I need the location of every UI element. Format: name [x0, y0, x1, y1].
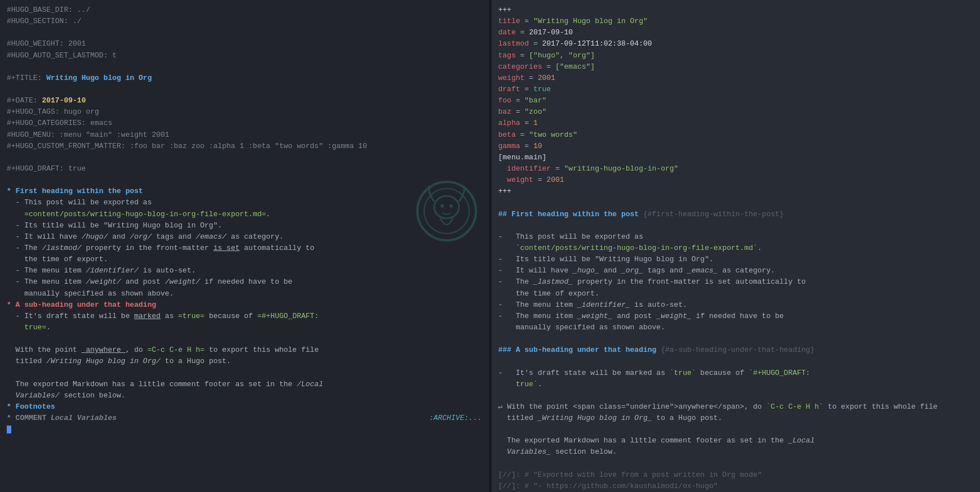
- line-34: The exported Markdown has a little comme…: [7, 379, 482, 390]
- r-line-31: ### A sub-heading under that heading {#a…: [498, 345, 974, 356]
- r-line-1: +++: [498, 5, 974, 16]
- r-line-2: title = "Writing Hugo blog in Org": [498, 16, 974, 27]
- r-line-39: The exported Markdown has a little comme…: [498, 435, 974, 446]
- line-6: [7, 61, 482, 73]
- r-line-20: [498, 220, 974, 231]
- line-15: #+HUGO_DRAFT: true: [7, 163, 482, 175]
- r-line-42: [//]: # "Exported with love from a post …: [498, 469, 974, 481]
- line-11: #+HUGO_CATEGORIES: emacs: [7, 118, 482, 129]
- r-line-16: weight = 2001: [498, 175, 974, 186]
- line-22: - The /lastmod/ property in the front-ma…: [7, 243, 482, 254]
- line-36: * Footnotes: [7, 401, 482, 413]
- r-line-13: gamma = 10: [498, 141, 974, 152]
- r-line-10: baz = "zoo": [498, 106, 974, 118]
- line-29: true=.: [7, 322, 482, 333]
- r-line-40: Variables_ section below.: [498, 446, 974, 458]
- r-line-3: date = 2017-09-10: [498, 27, 974, 38]
- line-30: [7, 333, 482, 345]
- r-line-26: the time of export.: [498, 288, 974, 299]
- line-5: #HUGO_AUTO_SET_LASTMOD: t: [7, 50, 482, 61]
- r-line-14: [menu.main]: [498, 152, 974, 163]
- line-20: - Its title will be "Writing Hugo blog i…: [7, 220, 482, 231]
- r-line-29: manually specified as shown above.: [498, 322, 974, 333]
- r-line-4: lastmod = 2017-09-12T11:02:38-04:00: [498, 38, 974, 50]
- line-2: #HUGO_SECTION: ./: [7, 16, 482, 27]
- line-33: [7, 368, 482, 379]
- r-line-15: identifier = "writing-hugo-blog-in-org": [498, 163, 974, 175]
- line-32: titled /Writing Hugo blog in Org/ to a H…: [7, 356, 482, 367]
- r-line-21: - This post will be exported as: [498, 231, 974, 243]
- left-content: #HUGO_BASE_DIR: ../ #HUGO_SECTION: ./ #H…: [7, 5, 482, 435]
- line-19: =content/posts/writing-hugo-blog-in-org-…: [7, 209, 482, 220]
- line-26: manually specified as shown above.: [7, 288, 482, 299]
- r-line-23: - Its title will be "Writing Hugo blog i…: [498, 254, 974, 265]
- r-line-12: beta = "two words": [498, 129, 974, 141]
- r-line-28: - The menu item _weight_ and post _weigh…: [498, 311, 974, 322]
- line-3: [7, 27, 482, 38]
- line-13: #+HUGO_CUSTOM_FRONT_MATTER: :foo bar :ba…: [7, 141, 482, 152]
- r-line-22: `content/posts/writing-hugo-blog-in-org-…: [498, 243, 974, 254]
- r-line-7: weight = 2001: [498, 73, 974, 84]
- r-line-41: [498, 458, 974, 469]
- r-line-25: - The _lastmod_ property in the front-ma…: [498, 276, 974, 288]
- r-line-17: +++: [498, 186, 974, 197]
- line-7: #+TITLE: Writing Hugo blog in Org: [7, 73, 482, 84]
- r-line-35: [498, 390, 974, 401]
- line-24: - The menu item /identifier/ is auto-set…: [7, 265, 482, 276]
- r-line-9: foo = "bar": [498, 95, 974, 106]
- line-28: - It's draft state will be marked as =tr…: [7, 311, 482, 322]
- line-23: the time of export.: [7, 254, 482, 265]
- line-21: - It will have /hugo/ and /org/ tags and…: [7, 231, 482, 243]
- r-line-6: categories = ["emacs"]: [498, 61, 974, 73]
- line-37: * COMMENT Local Variables:ARCHIVE:...: [7, 413, 482, 424]
- line-31: With the point _anywhere_, do =C-c C-e H…: [7, 345, 482, 356]
- line-1: #HUGO_BASE_DIR: ../: [7, 5, 482, 16]
- r-line-32: [498, 356, 974, 367]
- r-line-24: - It will have _hugo_ and _org_ tags and…: [498, 265, 974, 276]
- line-17: * First heading within the post: [7, 186, 482, 197]
- r-line-33: - It's draft state will be marked as `tr…: [498, 368, 974, 379]
- line-9: #+DATE: 2017-09-10: [7, 95, 482, 106]
- r-line-19: ## First heading within the post {#first…: [498, 209, 974, 220]
- r-line-30: [498, 333, 974, 345]
- line-35: Variables/ section below.: [7, 390, 482, 401]
- line-8: [7, 84, 482, 95]
- r-line-43: [//]: # "- https://github.com/kaushalmod…: [498, 481, 974, 492]
- r-line-11: alpha = 1: [498, 118, 974, 129]
- r-line-27: - The menu item _identifier_ is auto-set…: [498, 299, 974, 311]
- r-line-37: titled _Writing Hugo blog in Org_ to a H…: [498, 413, 974, 424]
- r-line-8: draft = true: [498, 84, 974, 95]
- line-4: #HUGO_WEIGHT: 2001: [7, 38, 482, 50]
- line-10: #+HUGO_TAGS: hugo org: [7, 106, 482, 118]
- r-line-36: ↵ With the point <span class="underline"…: [498, 401, 974, 413]
- r-line-18: [498, 197, 974, 208]
- line-12: #HUGO_MENU: :menu "main" :weight 2001: [7, 129, 482, 141]
- line-16: [7, 175, 482, 186]
- right-pane: +++ title = "Writing Hugo blog in Org" d…: [492, 0, 981, 492]
- line-14: [7, 152, 482, 163]
- line-27: * A sub-heading under that heading: [7, 299, 482, 311]
- left-pane: #HUGO_BASE_DIR: ../ #HUGO_SECTION: ./ #H…: [0, 0, 489, 492]
- line-38: [7, 424, 482, 435]
- r-line-34: true`.: [498, 379, 974, 390]
- line-25: - The menu item /weight/ and post /weigh…: [7, 276, 482, 288]
- r-line-5: tags = ["hugo", "org"]: [498, 50, 974, 61]
- r-line-38: [498, 424, 974, 435]
- line-18: - This post will be exported as: [7, 197, 482, 208]
